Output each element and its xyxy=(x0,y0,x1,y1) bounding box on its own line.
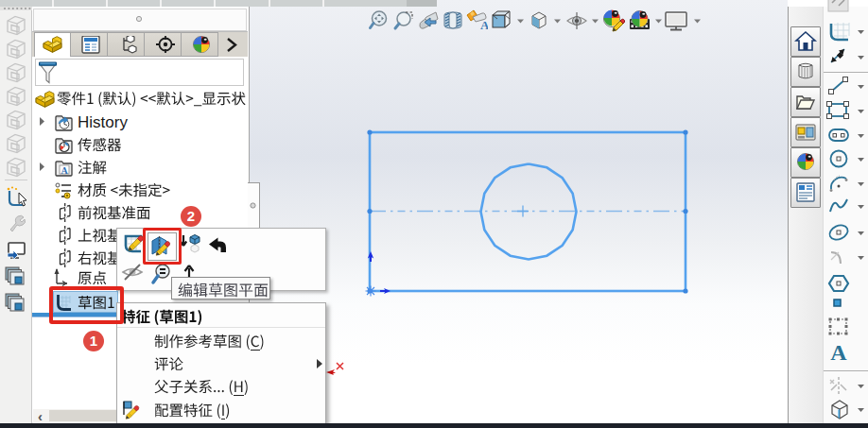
svg-text:A: A xyxy=(61,165,68,176)
svg-text:A: A xyxy=(830,341,847,365)
svg-text:A: A xyxy=(480,18,488,32)
